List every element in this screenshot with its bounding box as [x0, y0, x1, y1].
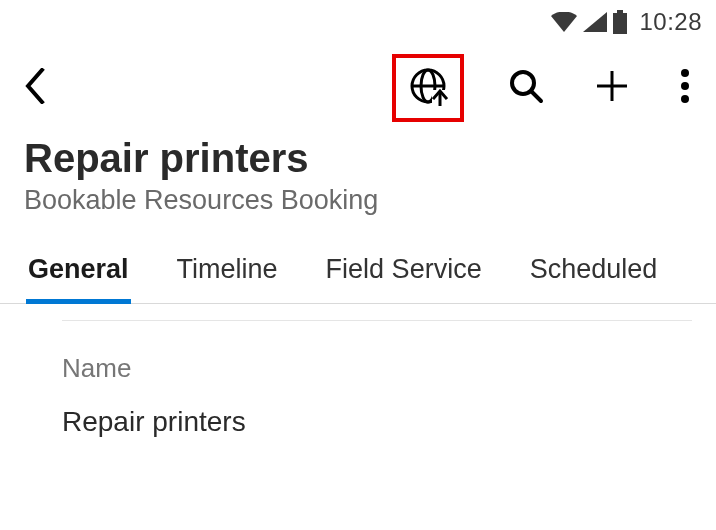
status-time: 10:28 [639, 8, 702, 36]
svg-point-12 [681, 82, 689, 90]
cell-signal-icon [583, 12, 607, 32]
globe-upload-button[interactable] [402, 60, 454, 116]
page-title: Repair printers [24, 136, 692, 181]
svg-rect-0 [613, 13, 627, 34]
overflow-menu-button[interactable] [674, 62, 696, 114]
app-bar-actions [392, 54, 696, 122]
search-icon [508, 90, 544, 107]
entity-name: Bookable Resources Booking [24, 185, 692, 216]
search-button[interactable] [502, 62, 550, 114]
app-bar [0, 44, 716, 132]
svg-point-13 [681, 95, 689, 103]
tab-timeline[interactable]: Timeline [175, 254, 280, 304]
tabs: General Timeline Field Service Scheduled [0, 234, 716, 304]
form-body: Name Repair printers [0, 304, 716, 438]
plus-icon [594, 90, 630, 107]
tab-general[interactable]: General [26, 254, 131, 304]
globe-upload-highlight [392, 54, 464, 122]
name-field[interactable]: Repair printers [62, 406, 692, 438]
name-label: Name [62, 353, 692, 384]
tab-scheduled[interactable]: Scheduled [528, 254, 660, 304]
tab-field-service[interactable]: Field Service [324, 254, 484, 304]
svg-point-11 [681, 69, 689, 77]
back-button[interactable] [20, 58, 60, 118]
add-button[interactable] [588, 62, 636, 114]
battery-icon [613, 10, 627, 34]
record-header: Repair printers Bookable Resources Booki… [0, 132, 716, 234]
chevron-left-icon [24, 90, 46, 107]
globe-upload-icon [408, 92, 448, 109]
wifi-icon [551, 12, 577, 32]
status-bar: 10:28 [0, 0, 716, 44]
svg-line-8 [531, 91, 541, 101]
kebab-menu-icon [680, 90, 690, 107]
divider [62, 320, 692, 321]
svg-rect-1 [617, 10, 623, 13]
